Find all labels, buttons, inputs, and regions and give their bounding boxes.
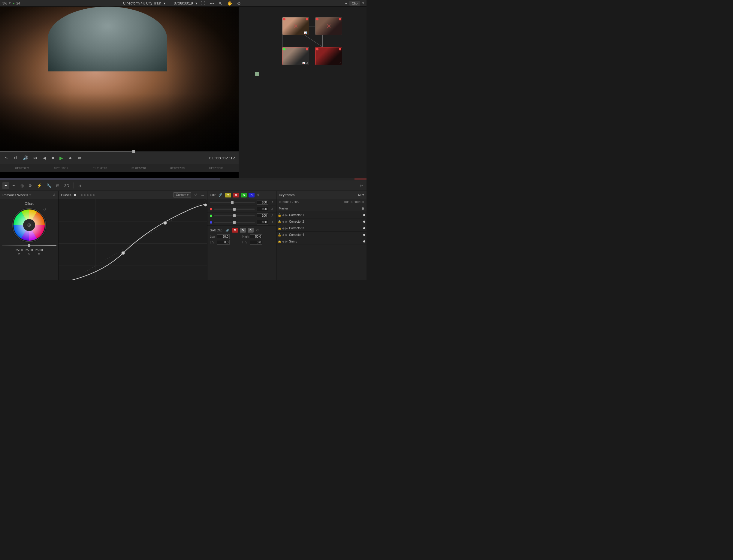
blue-reset-btn[interactable]: ↺ <box>270 220 274 224</box>
sc-low-input[interactable] <box>217 234 230 239</box>
master-value-input[interactable] <box>257 200 268 205</box>
curve-dot-3[interactable] <box>87 194 89 196</box>
custom-dropdown[interactable]: Custom ▾ <box>173 192 191 197</box>
red-reset-btn[interactable]: ↺ <box>270 207 274 211</box>
cursor-tool-button[interactable]: ↖ <box>218 0 224 6</box>
primaries-dropdown-icon[interactable]: ▾ <box>29 194 31 197</box>
channel-r-btn[interactable]: R <box>233 193 239 197</box>
progress-thumb[interactable] <box>132 150 135 153</box>
timecode-dropdown-icon[interactable]: ▾ <box>195 1 197 5</box>
sc-b-btn[interactable]: B <box>248 228 254 233</box>
blue-value-input[interactable] <box>257 220 268 224</box>
curves-more-btn[interactable]: ••• <box>200 193 205 197</box>
go-to-start-btn[interactable]: ⏮ <box>32 155 39 161</box>
loop-btn[interactable]: ⇄ <box>77 155 83 161</box>
channel-y-btn[interactable]: Y <box>225 193 231 197</box>
kf-track-corrector4[interactable]: 🔒 ◆ ▶ Corrector 4 <box>276 232 367 238</box>
sc-ls-input[interactable] <box>217 240 230 245</box>
luma-slider[interactable] <box>2 245 56 246</box>
master-slider[interactable] <box>210 202 255 203</box>
step-back-btn[interactable]: ◀ <box>42 155 47 161</box>
disable-button[interactable]: ⊘ <box>236 0 242 6</box>
curve-dot-1[interactable] <box>81 194 83 196</box>
tool-qualifier[interactable]: ◎ <box>19 182 26 189</box>
toolbar-expand-btn[interactable]: ⊳ <box>359 182 364 189</box>
tool-tracker[interactable]: ⚡ <box>35 182 44 189</box>
track-diamond-icon-5[interactable]: ◆ <box>282 240 285 243</box>
wheel-reset-btn[interactable]: ↺ <box>43 208 47 212</box>
sc-low-row: Low <box>210 234 241 239</box>
playback-mode-btn[interactable]: ↺ <box>13 155 19 161</box>
blue-slider[interactable] <box>214 222 255 223</box>
track-expand-icon-4[interactable]: ▶ <box>285 233 288 236</box>
master-reset-btn[interactable]: ↺ <box>270 200 274 204</box>
track-diamond-icon-1[interactable]: ◆ <box>282 213 285 217</box>
green-value-input[interactable] <box>257 213 268 218</box>
sc-g-btn[interactable]: G <box>240 228 246 233</box>
track-lock-icon-5[interactable]: 🔒 <box>278 240 281 243</box>
curve-dot-4[interactable] <box>90 194 92 196</box>
track-diamond-icon-4[interactable]: ◆ <box>282 233 285 236</box>
tool-window[interactable]: ⚙ <box>27 182 34 189</box>
track-expand-icon-3[interactable]: ▶ <box>285 227 288 230</box>
cursor-tool-small[interactable]: ↖ <box>4 155 10 161</box>
green-reset-btn[interactable]: ↺ <box>270 214 274 218</box>
sc-r-btn[interactable]: R <box>232 228 238 233</box>
edit-link-btn[interactable]: 🔗 <box>217 193 223 197</box>
track-lock-icon-1[interactable]: 🔒 <box>278 213 281 217</box>
more-options-button[interactable]: ••• <box>209 0 216 6</box>
track-expand-icon-5[interactable]: ▶ <box>285 240 288 243</box>
tool-motion-effects[interactable]: ⊿ <box>76 182 83 189</box>
red-slider[interactable] <box>214 209 255 210</box>
hand-tool-button[interactable]: ✋ <box>226 0 234 6</box>
green-slider[interactable] <box>214 215 255 216</box>
zoom-dropdown-icon[interactable]: ▾ <box>9 1 11 5</box>
go-to-end-btn[interactable]: ⏭ <box>67 155 74 161</box>
soft-clip-link-btn[interactable]: 🔗 <box>224 228 230 233</box>
sc-high-input[interactable] <box>250 234 262 239</box>
tool-3d[interactable]: 3D <box>62 182 71 189</box>
tool-key[interactable]: 🔧 <box>45 182 53 189</box>
title-dropdown-icon[interactable]: ▾ <box>164 1 165 5</box>
tool-raw[interactable]: ⊞ <box>54 182 61 189</box>
red-value-input[interactable] <box>257 207 268 211</box>
sc-hs-input[interactable] <box>250 240 262 245</box>
primaries-reset-btn[interactable]: ↺ <box>52 193 56 197</box>
node-03[interactable]: 03 📊△⚠ <box>282 47 309 65</box>
channel-b-btn[interactable]: B <box>249 193 255 197</box>
track-lock-icon-3[interactable]: 🔒 <box>278 227 281 230</box>
track-expand-icon-1[interactable]: ▶ <box>285 213 288 217</box>
track-lock-icon-2[interactable]: 🔒 <box>278 220 281 223</box>
fullscreen-button[interactable]: ⛶ <box>200 0 206 6</box>
curve-dot-2[interactable] <box>84 194 86 196</box>
kf-track-corrector3[interactable]: 🔒 ◆ ▶ Corrector 3 <box>276 225 367 232</box>
track-expand-icon-2[interactable]: ▶ <box>285 220 288 223</box>
track-dot-1 <box>363 214 365 216</box>
kf-all-btn[interactable]: All ▾ <box>358 193 364 197</box>
node-01[interactable]: 01 ✕ 📊 <box>282 17 309 35</box>
curves-reset-btn[interactable]: ↺ <box>194 193 198 197</box>
play-btn[interactable]: ▶ <box>58 155 64 161</box>
kf-track-corrector1[interactable]: 🔒 ◆ ▶ Corrector 1 <box>276 212 367 218</box>
ruler-tick-1: 01:00:58:21 <box>3 167 42 170</box>
edit-reset-btn[interactable]: ↺ <box>256 193 260 197</box>
tool-color-wheels[interactable]: ✦ <box>2 182 9 189</box>
track-diamond-icon-2[interactable]: ◆ <box>282 220 285 223</box>
channel-g-btn[interactable]: G <box>241 193 247 197</box>
node-04[interactable]: 04 ✓ <box>315 47 342 65</box>
clip-dropdown-icon[interactable]: ▾ <box>362 1 364 5</box>
tool-curves[interactable]: ✒ <box>11 182 17 189</box>
soft-clip-reset-btn[interactable]: ↺ <box>255 228 259 232</box>
kf-track-sizing[interactable]: 🔒 ◆ ▶ Sizing <box>276 238 367 245</box>
color-wheel[interactable]: ↺ <box>11 207 47 243</box>
node-02[interactable]: 02 ✕ <box>315 17 342 35</box>
curve-dot-5[interactable] <box>93 194 95 196</box>
track-lock-icon-4[interactable]: 🔒 <box>278 233 281 236</box>
color-wheel-svg <box>11 207 47 243</box>
playback-progress[interactable] <box>0 151 239 152</box>
curves-area[interactable] <box>59 199 207 280</box>
audio-btn[interactable]: 🔊 <box>22 155 29 161</box>
kf-track-corrector2[interactable]: 🔒 ◆ ▶ Corrector 2 <box>276 218 367 225</box>
stop-btn[interactable]: ■ <box>50 155 55 161</box>
track-diamond-icon-3[interactable]: ◆ <box>282 227 285 230</box>
